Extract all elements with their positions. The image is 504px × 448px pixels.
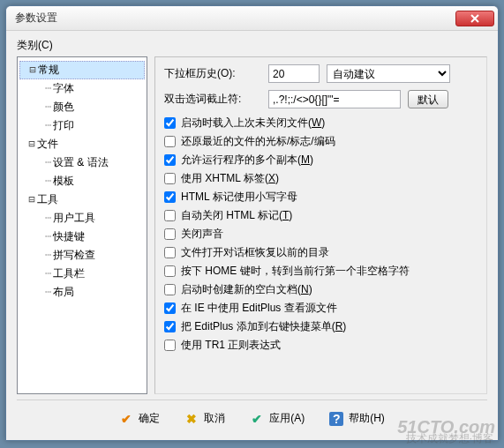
checkbox[interactable] bbox=[164, 302, 176, 314]
tree-item-文件[interactable]: ⊟文件 bbox=[19, 135, 145, 153]
checkbox-label[interactable]: 关闭声音 bbox=[181, 227, 223, 242]
window-title: 参数设置 bbox=[15, 11, 455, 26]
tree-item-label: 打印 bbox=[53, 119, 74, 131]
history-label: 下拉框历史(O): bbox=[164, 66, 261, 81]
suggest-select[interactable]: 自动建议 bbox=[327, 64, 450, 83]
tree-dash-icon: ┄ bbox=[42, 101, 53, 113]
dblclick-row: 双击选词截止符: 默认 bbox=[164, 90, 478, 108]
titlebar[interactable]: 参数设置 bbox=[6, 6, 498, 31]
tree-item-label: 快捷键 bbox=[53, 230, 85, 243]
category-label: 类别(C) bbox=[17, 38, 487, 53]
tree-item-颜色[interactable]: ┄颜色 bbox=[19, 98, 145, 116]
checkbox-label[interactable]: 启动时载入上次未关闭文件(W) bbox=[181, 116, 325, 131]
tree-item-label: 模板 bbox=[53, 175, 74, 187]
checkbox[interactable] bbox=[164, 136, 176, 147]
tree-dash-icon: ┄ bbox=[42, 119, 53, 131]
content-columns: ⊟常规┄字体┄颜色┄打印⊟文件┄设置 & 语法┄模板⊟工具┄用户工具┄快捷键┄拼… bbox=[17, 56, 487, 394]
checkbox-row: HTML 标记使用小写字母 bbox=[164, 190, 478, 205]
checkbox-label[interactable]: 在 IE 中使用 EditPlus 查看源文件 bbox=[181, 301, 337, 316]
check-icon: ✔ bbox=[119, 412, 133, 426]
checkbox-row: 使用 XHTML 标签(X) bbox=[164, 171, 478, 186]
tree-item-工具[interactable]: ⊟工具 bbox=[19, 190, 145, 209]
checkbox-row: 允许运行程序的多个副本(M) bbox=[164, 153, 478, 168]
settings-panel: 下拉框历史(O): 自动建议 双击选词截止符: 默认 启动时载入上次未关闭文件(… bbox=[154, 56, 487, 394]
tree-item-拼写检查[interactable]: ┄拼写检查 bbox=[19, 246, 145, 265]
checkbox[interactable] bbox=[164, 191, 176, 203]
checkbox[interactable] bbox=[164, 173, 176, 184]
checkbox-label[interactable]: 允许运行程序的多个副本(M) bbox=[181, 153, 313, 168]
tree-item-label: 文件 bbox=[37, 138, 58, 150]
checkbox[interactable] bbox=[164, 265, 176, 277]
tree-dash-icon: ┄ bbox=[42, 82, 53, 94]
checkbox[interactable] bbox=[164, 117, 176, 129]
tree-item-label: 工具 bbox=[37, 193, 58, 205]
checkbox-row: 还原最近的文件的光标/标志/编码 bbox=[164, 134, 478, 149]
dblclick-input[interactable] bbox=[268, 90, 401, 108]
checkbox-label[interactable]: 启动时创建新的空白文档(N) bbox=[181, 282, 312, 297]
tree-item-用户工具[interactable]: ┄用户工具 bbox=[19, 209, 145, 228]
checkbox-row: 把 EditPlus 添加到右键快捷菜单(R) bbox=[164, 319, 478, 334]
close-icon bbox=[470, 14, 479, 23]
checkbox[interactable] bbox=[164, 247, 176, 258]
checkbox[interactable] bbox=[164, 321, 176, 332]
cancel-button[interactable]: ✖取消 bbox=[179, 407, 230, 429]
checkbox-label[interactable]: 自动关闭 HTML 标记(T) bbox=[181, 208, 292, 223]
tree-item-布局[interactable]: ┄布局 bbox=[19, 283, 145, 302]
checkbox-label[interactable]: 使用 TR1 正则表达式 bbox=[181, 338, 281, 353]
tree-item-label: 常规 bbox=[38, 63, 59, 76]
checkbox-row: 关闭声音 bbox=[164, 227, 478, 242]
tree-dash-icon: ┄ bbox=[42, 175, 53, 187]
tree-item-常规[interactable]: ⊟常规 bbox=[19, 61, 145, 79]
tree-item-字体[interactable]: ┄字体 bbox=[19, 79, 145, 98]
collapse-icon: ⊟ bbox=[27, 63, 38, 76]
help-button[interactable]: ?帮助(H) bbox=[324, 407, 390, 429]
checkbox-row: 在 IE 中使用 EditPlus 查看源文件 bbox=[164, 301, 478, 316]
checkbox-label[interactable]: 文件打开对话框恢复以前的目录 bbox=[181, 245, 329, 260]
help-icon: ? bbox=[329, 412, 343, 426]
checkbox-label[interactable]: HTML 标记使用小写字母 bbox=[181, 190, 297, 205]
x-icon: ✖ bbox=[184, 412, 199, 426]
tree-item-快捷键[interactable]: ┄快捷键 bbox=[19, 228, 145, 246]
dblclick-label: 双击选词截止符: bbox=[164, 92, 261, 107]
tree-item-打印[interactable]: ┄打印 bbox=[19, 116, 145, 135]
collapse-icon: ⊟ bbox=[26, 193, 37, 205]
checkbox-label[interactable]: 把 EditPlus 添加到右键快捷菜单(R) bbox=[181, 319, 346, 334]
checkbox-row: 文件打开对话框恢复以前的目录 bbox=[164, 245, 478, 260]
checkbox-row: 按下 HOME 键时，转到当前行第一个非空格字符 bbox=[164, 264, 478, 279]
history-input[interactable] bbox=[268, 64, 320, 83]
tree-dash-icon: ┄ bbox=[42, 212, 53, 224]
tree-item-label: 用户工具 bbox=[53, 212, 95, 224]
checkbox-label[interactable]: 还原最近的文件的光标/标志/编码 bbox=[181, 134, 335, 149]
tree-item-label: 工具栏 bbox=[53, 267, 85, 280]
dialog-footer: ✔确定 ✖取消 ✔应用(A) ?帮助(H) bbox=[17, 399, 487, 437]
tree-item-label: 设置 & 语法 bbox=[53, 156, 109, 168]
default-button[interactable]: 默认 bbox=[408, 90, 448, 108]
apply-icon: ✔ bbox=[250, 412, 264, 426]
checkbox-label[interactable]: 使用 XHTML 标签(X) bbox=[181, 171, 279, 186]
tree-dash-icon: ┄ bbox=[42, 249, 53, 261]
checkbox[interactable] bbox=[164, 340, 176, 351]
history-row: 下拉框历史(O): 自动建议 bbox=[164, 64, 478, 83]
checkbox-list: 启动时载入上次未关闭文件(W)还原最近的文件的光标/标志/编码允许运行程序的多个… bbox=[164, 116, 478, 353]
tree-item-设置 & 语法[interactable]: ┄设置 & 语法 bbox=[19, 153, 145, 172]
dialog-body: 类别(C) ⊟常规┄字体┄颜色┄打印⊟文件┄设置 & 语法┄模板⊟工具┄用户工具… bbox=[6, 31, 498, 440]
checkbox[interactable] bbox=[164, 154, 176, 166]
tree-dash-icon: ┄ bbox=[42, 156, 53, 168]
category-tree[interactable]: ⊟常规┄字体┄颜色┄打印⊟文件┄设置 & 语法┄模板⊟工具┄用户工具┄快捷键┄拼… bbox=[17, 56, 147, 394]
checkbox[interactable] bbox=[164, 210, 176, 221]
tree-item-label: 布局 bbox=[53, 286, 74, 298]
checkbox[interactable] bbox=[164, 284, 176, 295]
checkbox-row: 启动时载入上次未关闭文件(W) bbox=[164, 116, 478, 131]
collapse-icon: ⊟ bbox=[26, 138, 37, 150]
tree-item-工具栏[interactable]: ┄工具栏 bbox=[19, 265, 145, 283]
tree-item-模板[interactable]: ┄模板 bbox=[19, 172, 145, 190]
tree-dash-icon: ┄ bbox=[42, 267, 53, 280]
checkbox-row: 启动时创建新的空白文档(N) bbox=[164, 282, 478, 297]
checkbox[interactable] bbox=[164, 228, 176, 240]
checkbox-row: 自动关闭 HTML 标记(T) bbox=[164, 208, 478, 223]
close-button[interactable] bbox=[455, 11, 494, 26]
apply-button[interactable]: ✔应用(A) bbox=[244, 407, 310, 429]
checkbox-label[interactable]: 按下 HOME 键时，转到当前行第一个非空格字符 bbox=[181, 264, 410, 279]
ok-button[interactable]: ✔确定 bbox=[114, 407, 165, 429]
checkbox-row: 使用 TR1 正则表达式 bbox=[164, 338, 478, 353]
